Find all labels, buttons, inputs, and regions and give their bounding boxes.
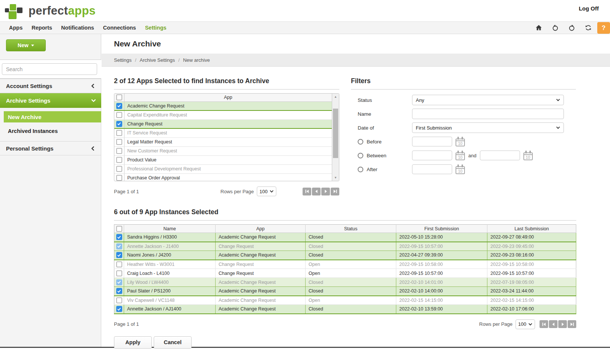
name-filter-input[interactable] [412,109,564,119]
breadcrumb-archive-settings[interactable]: Archive Settings [140,57,175,63]
last-page-button[interactable] [331,188,339,195]
sidebar-item-personal-settings[interactable]: Personal Settings [0,141,101,155]
row-checkbox[interactable] [116,166,122,172]
row-checkbox[interactable] [116,130,122,136]
row-checkbox[interactable] [116,261,122,267]
sidebar-item-label: Personal Settings [6,145,54,152]
app-row[interactable]: Legal Matter Request [114,137,332,146]
breadcrumb-settings[interactable]: Settings [114,57,132,63]
row-checkbox[interactable] [116,279,122,285]
row-checkbox[interactable] [116,157,122,163]
next-page-button[interactable] [321,188,330,195]
row-checkbox[interactable] [116,139,122,145]
sidebar-item-archive-settings[interactable]: Archive Settings [0,93,101,108]
instances-rows-per-page-select[interactable]: 100 [516,319,535,329]
row-checkbox[interactable] [116,121,122,127]
instance-status-cell: Open [306,260,396,269]
before-radio[interactable] [358,139,363,145]
undo-icon[interactable] [551,24,559,32]
row-checkbox[interactable] [116,288,122,294]
nav-item-apps[interactable]: Apps [9,25,22,31]
row-checkbox[interactable] [116,234,122,240]
apps-rows-per-page-select[interactable]: 100 [257,186,276,196]
between-start-date-input[interactable] [412,151,452,160]
instance-row[interactable]: Annette Jackson - J1400Change RequestClo… [114,242,576,251]
app-row[interactable]: Purchase Order Approval [114,173,332,181]
instance-row[interactable]: Heather Witts - W3001Change RequestOpen2… [114,260,576,269]
cancel-button[interactable]: Cancel [154,336,192,349]
instance-row[interactable]: Sandra Higgins / H3300Academic Change Re… [114,233,576,242]
calendar-icon[interactable]: 10 [456,152,465,160]
scrollbar-thumb[interactable] [333,109,338,158]
row-checkbox[interactable] [116,270,122,276]
apply-button[interactable]: Apply [114,336,152,349]
calendar-icon[interactable]: 10 [456,139,465,146]
between-end-date-input[interactable] [480,151,520,160]
next-page-button[interactable] [558,320,567,328]
select-all-instances-checkbox[interactable] [116,226,122,232]
instance-row[interactable]: Annette Jackson / AJ1400Academic Change … [114,305,576,314]
row-checkbox[interactable] [116,243,122,249]
sidebar-item-label: New Archive [8,114,41,120]
first-page-button[interactable] [540,320,548,328]
between-option[interactable]: Between [351,153,412,158]
row-checkbox[interactable] [116,175,122,181]
home-icon[interactable] [535,24,543,32]
nav-item-reports[interactable]: Reports [31,25,52,31]
redo-icon[interactable] [568,24,576,32]
after-date-input[interactable] [412,164,452,174]
date-of-label: Date of [351,125,412,131]
instance-row[interactable]: Craig Loach - L4100Change RequestOpen202… [114,269,576,278]
sidebar-item-account-settings[interactable]: Account Settings [0,79,101,93]
row-checkbox[interactable] [116,103,122,109]
prev-page-button[interactable] [312,188,321,195]
last-page-button[interactable] [568,320,576,328]
sidebar-item-archived-instances[interactable]: Archived Instances [0,126,101,136]
perfectapps-logo[interactable]: perfectapps [4,1,96,21]
row-checkbox[interactable] [116,306,122,312]
scroll-down-icon[interactable]: ▼ [332,176,339,179]
app-row[interactable]: Product Value [114,155,332,164]
instance-row[interactable]: Viv Capewell / VC1148Academic Change Req… [114,296,576,305]
scroll-up-icon[interactable]: ▲ [332,95,339,98]
nav-item-notifications[interactable]: Notifications [61,25,94,31]
before-date-input[interactable] [412,137,452,146]
chevron-down-icon [556,126,560,129]
nav-item-connections[interactable]: Connections [103,25,136,31]
before-option[interactable]: Before [351,139,412,145]
row-checkbox[interactable] [116,112,122,118]
app-label: Product Value [124,155,332,164]
row-checkbox[interactable] [116,297,122,303]
instance-status-cell: Open [306,269,396,278]
nav-item-settings[interactable]: Settings [145,25,166,31]
date-of-select[interactable]: First Submission [412,122,564,133]
new-button[interactable]: New [6,39,46,51]
first-page-button[interactable] [303,188,311,195]
prev-page-button[interactable] [549,320,558,328]
instance-row[interactable]: Lily Wood / LW4400Academic Change Reques… [114,278,576,287]
log-off-link[interactable]: Log Off [579,5,599,12]
select-all-apps-checkbox[interactable] [116,94,122,100]
calendar-icon[interactable]: 10 [456,166,465,174]
app-row[interactable]: IT Service Request [114,128,332,137]
instance-row[interactable]: Naomi Jones / J4200Academic Change Reque… [114,251,576,260]
sync-icon[interactable] [584,24,592,32]
row-checkbox[interactable] [116,148,122,154]
instance-row[interactable]: Paul Slater / PS1200Academic Change Requ… [114,287,576,296]
app-row[interactable]: Change Request [114,119,332,128]
calendar-icon[interactable]: 10 [523,152,533,160]
apps-table-scrollbar[interactable]: ▲ ▼ [332,94,339,181]
app-row[interactable]: Academic Change Request [114,101,332,110]
help-button[interactable]: ? [597,22,610,34]
after-radio[interactable] [358,167,363,172]
name-label: Name [351,111,412,117]
row-checkbox[interactable] [116,252,122,258]
app-row[interactable]: Capital Expenditure Request [114,110,332,119]
status-select[interactable]: Any [412,95,564,105]
after-option[interactable]: After [351,167,412,172]
app-row[interactable]: Professional Development Request [114,164,332,173]
search-input[interactable] [2,63,97,75]
sidebar-item-new-archive[interactable]: New Archive [4,111,101,122]
between-radio[interactable] [358,153,363,158]
app-row[interactable]: New Customer Request [114,146,332,155]
